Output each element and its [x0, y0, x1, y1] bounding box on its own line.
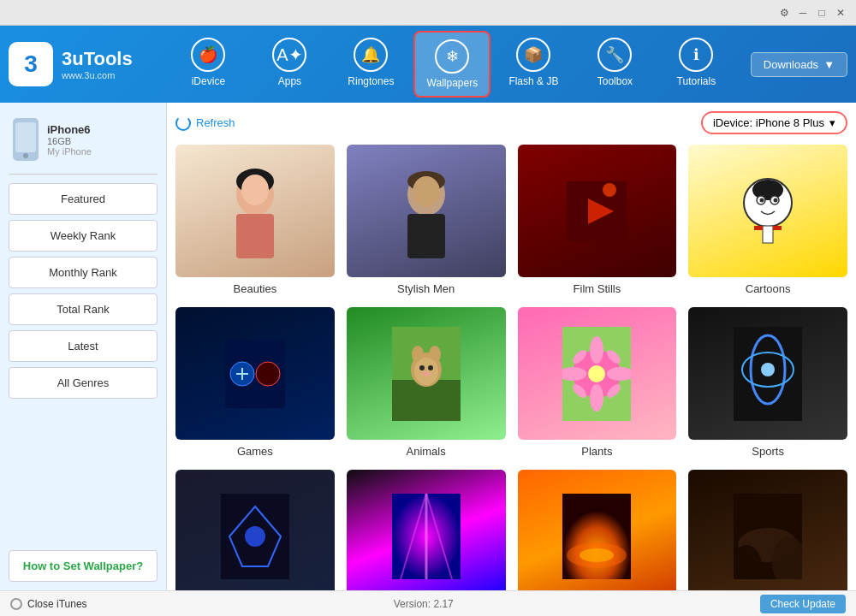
grid-item-film-stills[interactable]: Film Stills [518, 145, 677, 295]
cartoons-thumbnail [688, 145, 847, 277]
grid-item-plants[interactable]: Plants [518, 307, 677, 458]
svg-point-33 [422, 371, 431, 376]
title-bar: ⚙ ─ □ ✕ [0, 0, 856, 26]
grid-item-sports[interactable]: Sports [688, 307, 847, 458]
close-itunes-button[interactable]: Close iTunes [10, 598, 87, 610]
downloads-button[interactable]: Downloads ▼ [751, 52, 847, 77]
how-to-wallpaper-link[interactable]: How to Set Wallpaper? [9, 550, 158, 582]
row3-4-thumbnail [688, 470, 847, 590]
nav-tutorials[interactable]: ℹ Tutorials [657, 31, 734, 98]
sidebar-item-latest[interactable]: Latest [9, 330, 158, 362]
grid-item-cartoons[interactable]: Cartoons [688, 145, 847, 295]
sidebar-item-total-rank[interactable]: Total Rank [9, 293, 158, 325]
apps-icon: A✦ [272, 38, 306, 72]
nav-wallpapers[interactable]: ❄ Wallpapers [413, 31, 490, 98]
grid-item-row3-4[interactable] [688, 470, 847, 590]
film-stills-label: Film Stills [518, 282, 677, 295]
check-update-button[interactable]: Check Update [760, 595, 846, 613]
maximize-btn[interactable]: □ [813, 4, 830, 21]
version-text: Version: 2.17 [394, 598, 454, 610]
content-header: Refresh iDevice: iPhone 8 Plus ▾ [175, 111, 847, 134]
device-selector[interactable]: iDevice: iPhone 8 Plus ▾ [701, 111, 847, 134]
idevice-label: iDevice [192, 75, 225, 87]
ringtones-icon: 🔔 [354, 38, 388, 72]
games-thumbnail [175, 307, 335, 440]
svg-point-51 [245, 526, 265, 547]
logo-box: 3 [9, 42, 53, 86]
minimize-btn[interactable]: ─ [794, 4, 811, 21]
logo-number: 3 [24, 50, 38, 78]
close-btn[interactable]: ✕ [832, 4, 849, 21]
row3-3-thumbnail [518, 470, 677, 590]
idevice-icon: 🍎 [191, 38, 225, 72]
svg-point-37 [590, 336, 603, 364]
grid-item-row3-2[interactable] [347, 470, 506, 590]
svg-point-12 [752, 180, 783, 200]
svg-rect-19 [773, 226, 782, 230]
grid-item-row3-3[interactable] [518, 470, 677, 590]
device-name: iPhone6 [47, 123, 92, 136]
logo-text: 3uTools www.3u.com [62, 48, 133, 80]
close-itunes-icon [10, 598, 22, 610]
header: 3 3uTools www.3u.com 🍎 iDevice A✦ Apps 🔔… [0, 26, 856, 103]
cartoons-label: Cartoons [688, 282, 847, 295]
animals-label: Animals [347, 445, 506, 458]
sports-thumbnail [688, 307, 847, 440]
refresh-icon [175, 116, 191, 131]
device-icon [13, 118, 39, 161]
grid-item-beauties[interactable]: Beauties [175, 145, 335, 295]
games-label: Games [175, 445, 335, 458]
svg-point-10 [603, 183, 616, 197]
nav-apps[interactable]: A✦ Apps [251, 31, 328, 98]
animals-thumbnail [347, 307, 506, 440]
sidebar-item-weekly-rank[interactable]: Weekly Rank [9, 220, 158, 252]
content-area: Refresh iDevice: iPhone 8 Plus ▾ [167, 103, 856, 590]
film-stills-thumbnail [518, 145, 677, 277]
device-label: My iPhone [47, 146, 92, 157]
sidebar-item-monthly-rank[interactable]: Monthly Rank [9, 257, 158, 288]
apps-label: Apps [278, 75, 301, 87]
svg-point-16 [774, 198, 778, 202]
sports-label: Sports [688, 445, 847, 458]
brand-url: www.3u.com [62, 70, 133, 80]
sidebar-item-all-genres[interactable]: All Genres [9, 367, 158, 399]
svg-point-38 [590, 384, 603, 412]
nav-toolbox[interactable]: 🔧 Toolbox [576, 31, 653, 98]
grid-item-animals[interactable]: Animals [347, 307, 506, 458]
svg-point-15 [760, 198, 764, 202]
grid-item-row3-1[interactable] [175, 470, 335, 590]
refresh-label: Refresh [196, 116, 235, 129]
row3-2-thumbnail [347, 470, 506, 590]
row3-1-thumbnail [175, 470, 335, 590]
grid-item-games[interactable]: Games [175, 307, 335, 458]
brand-name: 3uTools [62, 48, 133, 70]
nav-items: 🍎 iDevice A✦ Apps 🔔 Ringtones ❄ Wallpape… [163, 31, 742, 98]
downloads-chevron-icon: ▼ [823, 58, 835, 71]
svg-point-32 [428, 365, 433, 370]
grid-item-stylish-men[interactable]: Stylish Men [347, 145, 506, 295]
toolbox-icon: 🔧 [597, 38, 632, 72]
nav-ringtones[interactable]: 🔔 Ringtones [332, 31, 409, 98]
ringtones-label: Ringtones [348, 75, 394, 87]
svg-point-3 [241, 175, 269, 205]
tutorials-label: Tutorials [677, 75, 716, 87]
svg-rect-5 [407, 214, 445, 258]
device-info: iPhone6 16GB My iPhone [9, 111, 158, 175]
nav-idevice[interactable]: 🍎 iDevice [169, 31, 247, 98]
sidebar-item-featured[interactable]: Featured [9, 183, 158, 215]
device-selector-chevron-icon: ▾ [829, 116, 835, 129]
sidebar: iPhone6 16GB My iPhone Featured Weekly R… [0, 103, 167, 590]
device-storage: 16GB [47, 136, 92, 146]
refresh-button[interactable]: Refresh [175, 116, 235, 131]
svg-point-22 [256, 362, 280, 386]
settings-btn[interactable]: ⚙ [776, 4, 793, 21]
svg-point-31 [419, 365, 425, 370]
stylish-men-thumbnail [347, 145, 506, 277]
flash-icon: 📦 [516, 38, 550, 72]
logo-area: 3 3uTools www.3u.com [9, 42, 163, 86]
svg-rect-1 [236, 214, 274, 258]
plants-thumbnail [518, 307, 677, 440]
nav-flash[interactable]: 📦 Flash & JB [495, 31, 572, 98]
svg-point-58 [580, 548, 614, 562]
beauties-label: Beauties [175, 282, 335, 295]
